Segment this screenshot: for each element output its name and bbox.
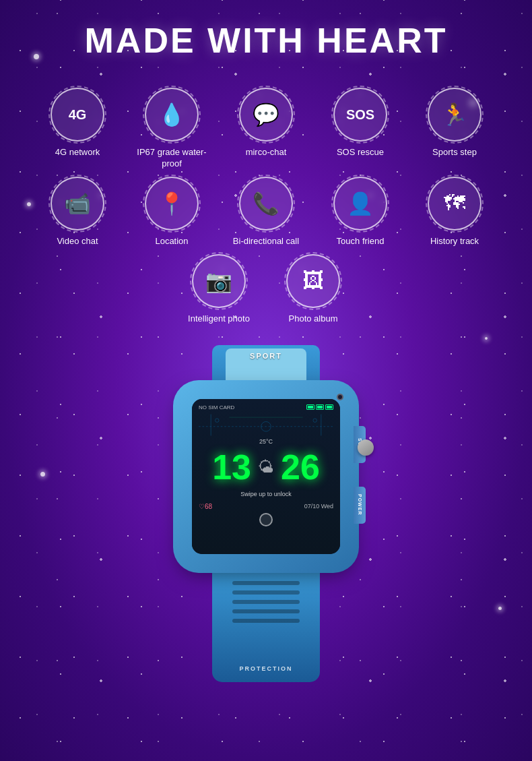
battery-bar-3 [325, 404, 333, 410]
screen-date: 07/10 Wed [304, 503, 333, 510]
sparkle [485, 337, 488, 340]
power-side-button[interactable]: POWER [354, 487, 366, 524]
svg-point-5 [313, 419, 317, 422]
feature-bi-call: 📞 Bi-directional call [226, 177, 306, 247]
feature-sos: SOS SOS rescue [320, 88, 401, 170]
hud-circuit [199, 413, 333, 437]
feature-label-4g: 4G network [55, 147, 100, 158]
watch-section: SPORT NO SIM CARD [27, 345, 505, 682]
band-hole-2 [232, 590, 300, 595]
feature-icon-circle-sport: 🏃 [428, 88, 481, 142]
album-icon: 🖼 [302, 268, 324, 293]
features-row-2: 📹 Video chat 📍 Location 📞 Bi-directional… [27, 177, 505, 247]
feature-label-track: History track [430, 236, 479, 247]
band-holes [212, 568, 320, 636]
feature-icon-circle-4g: 4G [51, 88, 104, 142]
feature-icon-circle-track: 🗺 [428, 177, 481, 231]
band-hole-4 [232, 609, 300, 613]
feature-label-album: Photo album [289, 313, 338, 325]
4g-icon: 4G [69, 107, 87, 123]
photo-icon: 📷 [205, 268, 232, 294]
page-container: MADE WITH HEART 4G 4G network 💧 IP67 gra… [0, 0, 532, 702]
sports-icon: 🏃 [441, 102, 468, 127]
feature-mirco-chat: 💬 mirco-chat [226, 88, 306, 170]
feature-waterproof: 💧 IP67 grade water-proof [131, 88, 212, 170]
watch-wrapper: SPORT NO SIM CARD [138, 345, 394, 682]
no-sim-text: NO SIM CARD [199, 404, 234, 410]
feature-intelligent-photo: 📷 Intelligent photo [178, 254, 259, 325]
band-hole-5 [232, 619, 300, 623]
feature-label-sos: SOS rescue [337, 147, 384, 158]
feature-icon-circle-video: 📹 [51, 177, 104, 231]
screen-temp: 25°C [199, 438, 333, 445]
feature-icon-circle-location: 📍 [145, 177, 199, 231]
home-button[interactable] [259, 513, 273, 526]
sparkle [34, 54, 39, 59]
features-row-1: 4G 4G network 💧 IP67 grade water-proof 💬… [27, 88, 505, 170]
feature-video-chat: 📹 Video chat [37, 177, 118, 247]
video-icon: 📹 [64, 191, 91, 216]
feature-icon-circle-chat: 💬 [239, 88, 293, 142]
feature-icon-circle-call: 📞 [239, 177, 293, 231]
screen-unlock-text: Swipe up to unlock [199, 491, 333, 497]
watch-body: NO SIM CARD [178, 386, 354, 568]
screen-top-bar: NO SIM CARD [199, 404, 333, 410]
screen-time-row: 13 🌤 26 [199, 450, 333, 485]
feature-label-location: Location [155, 236, 188, 247]
feature-icon-circle-photo: 📷 [192, 254, 246, 308]
page-title: MADE WITH HEART [27, 20, 505, 61]
battery-bar-1 [306, 404, 314, 410]
features-grid: 4G 4G network 💧 IP67 grade water-proof 💬… [27, 88, 505, 325]
power-side-label: POWER [358, 494, 362, 515]
sport-label: SPORT [250, 352, 282, 360]
feature-photo-album: 🖼 Photo album [273, 254, 354, 325]
location-icon: 📍 [158, 191, 185, 216]
sos-circle-button[interactable] [358, 439, 374, 456]
feature-4g-network: 4G 4G network [37, 88, 118, 170]
band-bottom-main: PROTECTION [212, 568, 320, 682]
feature-icon-circle-friend: 👤 [333, 177, 387, 231]
sparkle [40, 472, 45, 477]
chat-icon: 💬 [253, 102, 279, 127]
feature-label-water: IP67 grade water-proof [131, 147, 212, 170]
feature-sports-step: 🏃 Sports step [414, 88, 495, 170]
sparkle [27, 202, 31, 206]
feature-location: 📍 Location [131, 177, 212, 247]
feature-label-chat: mirco-chat [246, 147, 287, 158]
feature-touch-friend: 👤 Touch friend [320, 177, 401, 247]
feature-history-track: 🗺 History track [414, 177, 495, 247]
track-icon: 🗺 [444, 191, 465, 216]
features-row-3: 📷 Intelligent photo 🖼 Photo album [27, 254, 505, 325]
svg-point-4 [215, 419, 219, 422]
band-hole-3 [232, 600, 300, 604]
feature-icon-circle-sos: SOS [333, 88, 387, 142]
feature-label-photo: Intelligent photo [188, 313, 250, 325]
weather-icon: 🌤 [258, 458, 274, 477]
sparkle [498, 607, 502, 610]
battery-bar-2 [316, 404, 324, 410]
call-icon: 📞 [253, 191, 279, 216]
band-hole-1 [232, 581, 300, 585]
screen-hour: 13 [212, 450, 251, 485]
sos-icon: SOS [346, 107, 374, 123]
feature-icon-circle-water: 💧 [145, 88, 199, 142]
feature-label-video: Video chat [57, 236, 98, 247]
watch-screen: NO SIM CARD [192, 399, 340, 554]
battery-indicator [306, 404, 333, 410]
screen-minute: 26 [281, 450, 320, 485]
watch-band-bottom: PROTECTION [212, 568, 320, 682]
protection-label: PROTECTION [239, 665, 292, 672]
feature-label-sport: Sports step [432, 147, 477, 158]
friend-icon: 👤 [347, 191, 374, 216]
screen-bottom-bar: ♡68 07/10 Wed [199, 503, 333, 510]
screen-content: NO SIM CARD [192, 399, 340, 554]
feature-icon-circle-album: 🖼 [286, 254, 340, 308]
feature-label-call: Bi-directional call [233, 236, 299, 247]
feature-label-friend: Touch friend [337, 236, 385, 247]
water-icon: 💧 [158, 102, 185, 127]
heart-rate: ♡68 [199, 503, 212, 510]
